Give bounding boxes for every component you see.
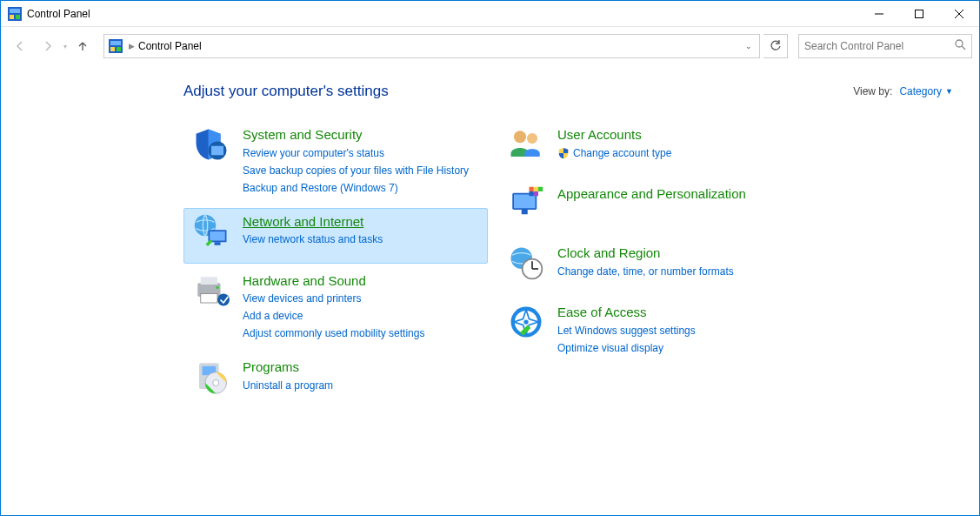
category-programs[interactable]: Programs Uninstall a program — [183, 353, 488, 409]
window-title: Control Panel — [27, 8, 859, 20]
window-titlebar: Control Panel — [1, 1, 979, 27]
svg-rect-15 — [211, 146, 223, 156]
page-heading: Adjust your computer's settings — [183, 83, 853, 100]
uac-shield-icon — [557, 147, 570, 159]
category-title[interactable]: Ease of Access — [557, 304, 696, 321]
category-system-security[interactable]: System and Security Review your computer… — [183, 121, 488, 204]
printer-icon — [190, 272, 232, 314]
chevron-down-icon: ▼ — [945, 87, 953, 96]
svg-rect-35 — [534, 187, 538, 191]
viewby-label: View by: — [853, 85, 892, 97]
svg-rect-3 — [16, 15, 20, 19]
search-icon[interactable] — [954, 38, 966, 54]
task-link[interactable]: Add a device — [243, 308, 424, 324]
minimize-button[interactable] — [859, 1, 899, 26]
recent-dropdown[interactable]: ▾ — [63, 43, 67, 50]
search-input[interactable] — [804, 40, 954, 52]
category-title[interactable]: User Accounts — [557, 126, 671, 144]
back-button[interactable] — [8, 34, 32, 58]
task-link[interactable]: Backup and Restore (Windows 7) — [243, 180, 469, 196]
control-panel-icon — [8, 7, 22, 21]
svg-rect-1 — [10, 9, 20, 13]
category-title[interactable]: Hardware and Sound — [243, 272, 424, 290]
viewby-dropdown[interactable]: Category ▼ — [899, 85, 953, 97]
svg-point-24 — [217, 293, 230, 305]
category-user-accounts[interactable]: User Accounts Change account type — [498, 121, 803, 177]
svg-rect-21 — [201, 277, 217, 285]
svg-point-30 — [527, 133, 537, 144]
task-link[interactable]: Adjust commonly used mobility settings — [243, 325, 424, 341]
breadcrumb-separator-icon[interactable]: ▶ — [125, 42, 138, 50]
breadcrumb[interactable]: Control Panel — [138, 40, 740, 52]
category-network-internet[interactable]: Network and Internet View network status… — [183, 208, 488, 264]
content-area: Adjust your computer's settings View by:… — [1, 65, 979, 515]
globe-monitor-icon — [190, 213, 232, 255]
svg-rect-34 — [530, 187, 534, 191]
up-button[interactable] — [70, 34, 95, 58]
disc-box-icon — [190, 359, 232, 400]
svg-rect-10 — [110, 47, 115, 51]
svg-point-28 — [213, 380, 219, 386]
category-title[interactable]: Appearance and Personalization — [557, 185, 746, 203]
category-title[interactable]: Network and Internet — [243, 213, 383, 231]
refresh-button[interactable] — [763, 34, 788, 58]
category-title[interactable]: Programs — [243, 359, 333, 376]
svg-rect-5 — [916, 10, 923, 17]
address-bar[interactable]: ▶ Control Panel ⌄ — [103, 34, 760, 58]
task-link[interactable]: Optimize visual display — [557, 340, 696, 356]
svg-rect-11 — [117, 47, 121, 51]
svg-rect-36 — [538, 187, 543, 191]
task-link[interactable]: Save backup copies of your files with Fi… — [243, 163, 469, 178]
viewby-value: Category — [899, 85, 942, 97]
svg-rect-22 — [201, 293, 217, 303]
svg-rect-18 — [210, 231, 225, 241]
accessibility-icon — [505, 304, 547, 345]
search-box[interactable] — [798, 34, 972, 58]
svg-rect-38 — [534, 191, 538, 196]
svg-line-13 — [962, 46, 965, 50]
forward-button[interactable] — [36, 34, 60, 58]
address-dropdown-icon[interactable]: ⌄ — [740, 42, 757, 50]
svg-point-45 — [523, 319, 528, 324]
control-panel-icon — [106, 39, 125, 53]
monitor-swatches-icon — [505, 185, 547, 227]
category-appearance[interactable]: Appearance and Personalization — [498, 180, 803, 236]
task-link[interactable]: Let Windows suggest settings — [557, 323, 696, 338]
category-clock-region[interactable]: Clock and Region Change date, time, or n… — [498, 239, 803, 295]
clock-globe-icon — [505, 245, 547, 286]
shield-icon — [190, 126, 232, 168]
svg-rect-9 — [110, 41, 121, 45]
category-title[interactable]: System and Security — [243, 126, 469, 144]
category-hardware-sound[interactable]: Hardware and Sound View devices and prin… — [183, 267, 488, 351]
task-link[interactable]: Review your computer's status — [243, 145, 469, 161]
task-link[interactable]: View devices and printers — [243, 291, 424, 306]
svg-point-12 — [956, 40, 963, 47]
svg-point-23 — [216, 285, 219, 289]
task-link[interactable]: Uninstall a program — [243, 378, 333, 393]
svg-rect-33 — [522, 210, 528, 214]
svg-rect-19 — [215, 242, 221, 245]
task-link[interactable]: Change date, time, or number formats — [557, 264, 734, 279]
people-icon — [505, 126, 547, 168]
navigation-bar: ▾ ▶ Control Panel ⌄ — [1, 30, 979, 62]
category-ease-of-access[interactable]: Ease of Access Let Windows suggest setti… — [498, 298, 803, 365]
svg-rect-2 — [10, 15, 14, 19]
svg-rect-37 — [530, 191, 534, 196]
close-button[interactable] — [939, 1, 979, 26]
svg-point-29 — [514, 131, 526, 143]
maximize-button[interactable] — [899, 1, 939, 26]
svg-rect-32 — [514, 195, 536, 209]
task-link[interactable]: View network status and tasks — [243, 231, 383, 247]
category-title[interactable]: Clock and Region — [557, 245, 734, 262]
task-link[interactable]: Change account type — [557, 145, 671, 161]
